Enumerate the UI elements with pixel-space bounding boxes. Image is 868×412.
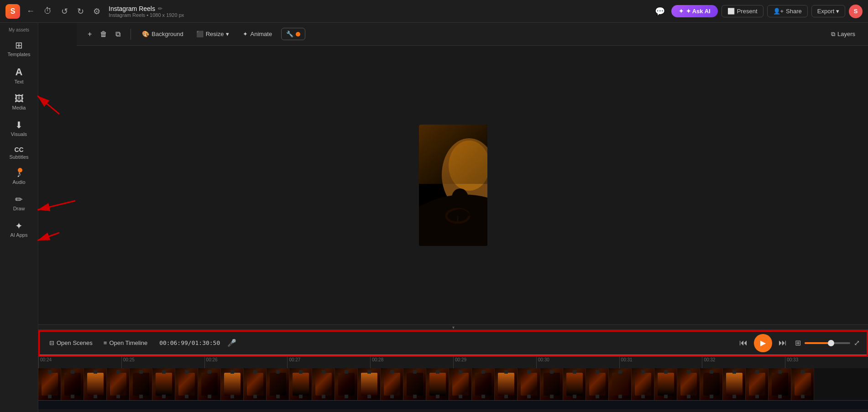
- subtitles-icon: CC: [14, 146, 23, 153]
- animate-icon: ✦: [243, 31, 248, 37]
- toolbar-edit-group: + 🗑 ⧉: [84, 27, 124, 41]
- project-name: Instagram Reels: [109, 5, 155, 12]
- animate-label: Animate: [250, 31, 272, 37]
- export-button[interactable]: Export ▾: [811, 5, 845, 17]
- audio-badge: [18, 168, 22, 172]
- zoom-slider-track: [805, 342, 850, 344]
- film-frame: [312, 368, 335, 400]
- film-frame: [107, 368, 130, 400]
- resize-label: Resize: [206, 31, 224, 37]
- ruler-mark-5: 00:29: [453, 355, 536, 368]
- ask-ai-icon: ✦: [679, 8, 684, 15]
- magic-button[interactable]: 🔧: [281, 28, 305, 40]
- ruler-mark-8: 00:32: [702, 355, 785, 368]
- resize-button[interactable]: ⬛ Resize ▾: [192, 28, 234, 40]
- film-frame: [472, 368, 495, 400]
- present-label: Present: [737, 8, 758, 15]
- current-time: 00:06:99: [159, 339, 188, 346]
- svg-rect-6: [419, 125, 487, 184]
- app-logo: S: [5, 4, 20, 19]
- background-button[interactable]: 🎨 Background: [137, 28, 188, 40]
- history-button[interactable]: ⏱: [41, 5, 55, 18]
- film-frame: [449, 368, 472, 400]
- project-title-main: Instagram Reels ✏: [109, 5, 184, 12]
- open-timeline-button[interactable]: ≡ Open Timeline: [101, 338, 150, 348]
- sidebar-item-draw[interactable]: ✏ Draw: [1, 190, 37, 215]
- ask-ai-button[interactable]: ✦ ✦ Ask AI: [671, 5, 718, 17]
- film-frame: [289, 368, 312, 400]
- film-frame: [130, 368, 152, 400]
- magic-orange-dot: [296, 32, 300, 37]
- layers-button[interactable]: ⧉ Layers: [826, 28, 861, 40]
- play-button[interactable]: ▶: [754, 334, 772, 352]
- comment-button[interactable]: 💬: [652, 5, 668, 18]
- sidebar-item-templates[interactable]: ⊞ Templates: [1, 36, 37, 61]
- film-frame: [175, 368, 198, 400]
- sidebar-item-ai-apps[interactable]: ✦ AI Apps: [1, 217, 37, 241]
- sidebar-item-audio[interactable]: ♪ Audio: [1, 165, 37, 188]
- film-frame: [221, 368, 244, 400]
- zoom-slider[interactable]: [805, 342, 850, 344]
- text-label: Text: [14, 79, 23, 84]
- duplicate-button[interactable]: ⧉: [112, 27, 124, 41]
- delete-button[interactable]: 🗑: [96, 27, 111, 41]
- fullscreen-button[interactable]: ⤢: [854, 339, 860, 347]
- sidebar-item-text[interactable]: A Text: [1, 63, 37, 88]
- open-timeline-label: Open Timeline: [109, 339, 147, 346]
- ai-apps-icon: ✦: [15, 220, 23, 231]
- film-frame: [654, 368, 677, 400]
- add-button[interactable]: +: [84, 27, 95, 41]
- settings-button[interactable]: ⚙: [90, 5, 103, 18]
- resize-icon: ⬛: [196, 31, 204, 37]
- film-frame: [244, 368, 267, 400]
- timeline-ruler: 00:24 00:25 00:26 00:27 00:28 00:29 00:3…: [38, 355, 868, 368]
- sidebar: My assets ⊞ Templates A Text 🖼 Media ⬇ V…: [0, 23, 38, 412]
- film-frame: [677, 368, 700, 400]
- film-frames: [38, 368, 868, 400]
- layers-label: Layers: [837, 31, 855, 37]
- present-icon: ⬜: [727, 8, 735, 15]
- sidebar-item-subtitles[interactable]: CC Subtitles: [1, 142, 37, 163]
- ruler-mark-2: 00:26: [204, 355, 288, 368]
- grid-button[interactable]: ⊞: [795, 339, 801, 347]
- canvas-timeline-wrapper: ▾ ⊟ Open Scenes ≡ Open Timeline: [38, 46, 868, 412]
- visuals-label: Visuals: [11, 131, 27, 137]
- edit-title-icon: ✏: [158, 5, 162, 12]
- ruler-mark-1: 00:25: [121, 355, 204, 368]
- project-title: Instagram Reels ✏ Instagram Reels • 1080…: [109, 5, 184, 18]
- film-frame: [152, 368, 175, 400]
- my-assets-label: My assets: [0, 26, 38, 35]
- export-label: Export ▾: [817, 8, 839, 15]
- ask-ai-label: ✦ Ask AI: [686, 8, 711, 15]
- sidebar-item-visuals[interactable]: ⬇ Visuals: [1, 116, 37, 141]
- animate-button[interactable]: ✦ Animate: [237, 28, 277, 40]
- film-frame: [791, 368, 814, 400]
- sidebar-item-media[interactable]: 🖼 Media: [1, 90, 37, 114]
- draw-icon: ✏: [15, 194, 23, 205]
- timeline-collapse-button[interactable]: ▾: [38, 324, 868, 330]
- ruler-mark-6: 00:30: [536, 355, 619, 368]
- film-frame: [563, 368, 586, 400]
- undo-button[interactable]: ↺: [58, 5, 71, 18]
- open-scenes-button[interactable]: ⊟ Open Scenes: [47, 338, 95, 348]
- film-frame: [769, 368, 791, 400]
- timeline-controls: ⊟ Open Scenes ≡ Open Timeline 00:06:99/0…: [38, 330, 868, 355]
- timeline-right-controls: ⊞ ⤢: [795, 339, 860, 347]
- canvas-preview[interactable]: [38, 46, 868, 324]
- rewind-button[interactable]: ⏮: [737, 336, 750, 349]
- back-button[interactable]: ←: [24, 5, 37, 18]
- ruler-mark-0: 00:24: [38, 355, 121, 368]
- fast-forward-button[interactable]: ⏭: [776, 336, 790, 349]
- film-frame: [198, 368, 221, 400]
- user-avatar: S: [849, 5, 863, 18]
- redo-button[interactable]: ↻: [74, 5, 87, 18]
- header-right: 💬 ✦ ✦ Ask AI ⬜ Present 👤+ Share Export ▾…: [652, 5, 863, 18]
- film-frame: [632, 368, 654, 400]
- film-frame: [38, 368, 61, 400]
- content-area: + 🗑 ⧉ 🎨 Background ⬛ Resize ▾ ✦ Animate …: [38, 23, 868, 412]
- present-button[interactable]: ⬜ Present: [722, 5, 763, 17]
- mic-button[interactable]: 🎤: [225, 337, 238, 349]
- resize-chevron: ▾: [226, 31, 229, 37]
- main-area: My assets ⊞ Templates A Text 🖼 Media ⬇ V…: [0, 23, 868, 412]
- share-button[interactable]: 👤+ Share: [767, 5, 808, 17]
